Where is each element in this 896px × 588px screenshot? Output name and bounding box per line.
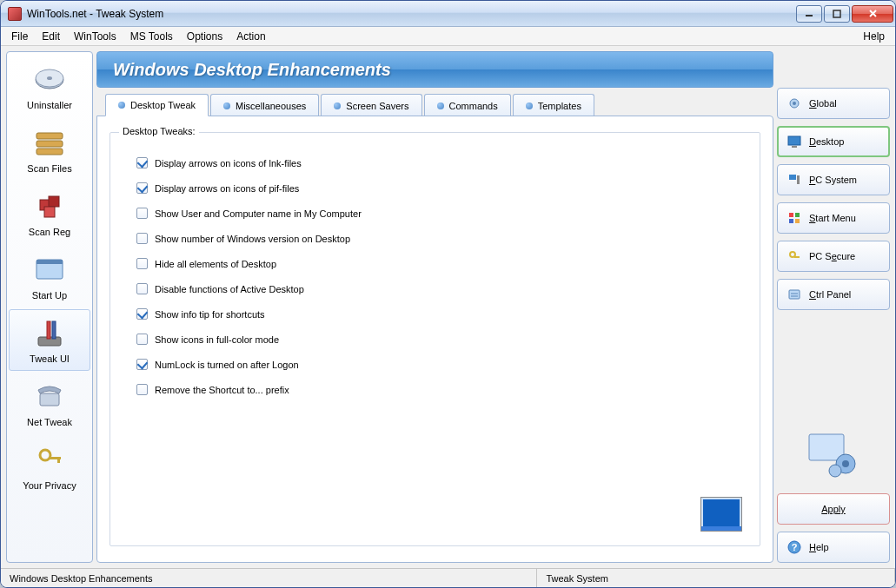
tab-dot-icon (526, 102, 533, 109)
svg-rect-37 (809, 434, 844, 460)
svg-rect-21 (57, 459, 60, 463)
category-button-label: Global (809, 98, 837, 109)
tweak-row: Show number of Windows version on Deskto… (136, 233, 733, 244)
sidebar-item-start-up[interactable]: Start Up (9, 246, 90, 307)
gear-icon (786, 96, 802, 111)
sidebar-item-net-tweak[interactable]: Net Tweak (9, 373, 90, 434)
sidebar-item-tweak-ui[interactable]: Tweak UI (9, 309, 90, 371)
svg-rect-29 (795, 213, 800, 217)
statusbar: Windows Desktop Enhancements Tweak Syste… (1, 568, 895, 587)
page-title: Windows Desktop Enhancements (96, 51, 773, 88)
category-illustration (777, 317, 890, 486)
svg-point-40 (829, 465, 841, 477)
tweak-checkbox[interactable] (136, 283, 148, 294)
tweak-checkbox[interactable] (136, 208, 148, 219)
titlebar[interactable]: WinTools.net - Tweak System (1, 1, 895, 27)
menu-file[interactable]: File (4, 29, 35, 44)
menu-options[interactable]: Options (180, 29, 229, 44)
category-button-label: PC Secure (809, 251, 855, 261)
cubes-icon (31, 188, 68, 224)
menu-wintools[interactable]: WinTools (67, 29, 123, 44)
status-left: Windows Desktop Enhancements (1, 569, 537, 587)
category-button-start-menu[interactable]: Start Menu (777, 202, 890, 234)
svg-rect-16 (47, 321, 50, 339)
svg-rect-1 (833, 10, 840, 17)
secure-icon (786, 248, 802, 264)
tweak-label: NumLock is turned on after Logon (155, 360, 299, 370)
sidebar-item-scan-reg[interactable]: Scan Reg (9, 182, 90, 244)
tweak-checkbox[interactable] (136, 384, 148, 395)
category-button-pc-secure[interactable]: PC Secure (777, 241, 890, 272)
tweak-row: Remove the Shortcut to... prefix (136, 384, 733, 395)
tab-screen-savers[interactable]: Screen Savers (321, 94, 421, 116)
category-button-pc-system[interactable]: PC System (777, 164, 890, 195)
menu-edit[interactable]: Edit (35, 29, 67, 44)
menubar: FileEditWinToolsMS ToolsOptionsAction He… (1, 27, 895, 46)
tab-dot-icon (118, 102, 125, 109)
tab-desktop-tweak[interactable]: Desktop Tweak (105, 94, 209, 116)
menu-help[interactable]: Help (856, 29, 892, 44)
tweak-checkbox[interactable] (136, 359, 148, 370)
maximize-button[interactable] (824, 5, 850, 23)
category-button-desktop[interactable]: Desktop (777, 126, 890, 157)
tweak-label: Display arrows on icons of pif-files (155, 183, 299, 194)
tabs-row: Desktop TweakMiscellaneousesScreen Saver… (96, 93, 773, 116)
help-button-label: Help (809, 542, 829, 552)
app-icon (8, 7, 22, 21)
tab-label: Templates (538, 101, 581, 111)
svg-rect-7 (37, 133, 63, 139)
svg-rect-26 (789, 175, 796, 180)
sidebar-right: GlobalDesktopPC SystemStart MenuPC Secur… (777, 51, 890, 563)
panel-icon (786, 287, 802, 302)
tweak-checkbox[interactable] (136, 308, 148, 320)
tweak-checkbox[interactable] (136, 258, 148, 269)
svg-text:?: ? (792, 542, 798, 552)
apply-button[interactable]: Apply (777, 493, 890, 525)
sidebar-item-your-privacy[interactable]: Your Privacy (9, 436, 90, 498)
sidebar-item-scan-files[interactable]: Scan Files (9, 119, 90, 181)
app-window: WinTools.net - Tweak System FileEditWinT… (0, 0, 896, 588)
tab-commands[interactable]: Commands (424, 94, 511, 116)
svg-rect-11 (49, 196, 59, 207)
tweak-checkbox[interactable] (136, 182, 148, 194)
apply-button-label: Apply (786, 504, 880, 514)
tweak-label: Remove the Shortcut to... prefix (155, 385, 289, 395)
tab-templates[interactable]: Templates (513, 94, 594, 116)
svg-rect-12 (44, 207, 55, 217)
svg-rect-9 (37, 149, 63, 155)
menu-action[interactable]: Action (229, 29, 272, 44)
help-button[interactable]: ? Help (777, 532, 890, 563)
menu-ms-tools[interactable]: MS Tools (123, 29, 180, 44)
svg-point-39 (842, 460, 849, 467)
tweak-checkbox[interactable] (136, 233, 148, 244)
minimize-button[interactable] (796, 5, 822, 23)
svg-rect-14 (37, 260, 63, 264)
category-button-label: Start Menu (809, 213, 856, 223)
tab-label: Miscellaneouses (236, 101, 306, 111)
disc-icon (31, 61, 68, 97)
pc-icon (786, 172, 802, 188)
svg-rect-27 (797, 175, 800, 184)
category-button-global[interactable]: Global (777, 88, 890, 119)
sidebar-item-label: Uninstaller (27, 100, 72, 110)
tweak-checkbox[interactable] (136, 334, 148, 345)
svg-rect-8 (37, 141, 63, 147)
tweak-label: Show User and Computer name in My Comput… (155, 208, 362, 219)
tweak-row: Show User and Computer name in My Comput… (136, 208, 733, 219)
category-button-ctrl-panel[interactable]: Ctrl Panel (777, 279, 890, 310)
svg-rect-31 (795, 219, 800, 223)
tweaks-fieldset: Desktop Tweaks: Display arrows on icons … (110, 132, 760, 546)
tweak-checkbox[interactable] (136, 157, 148, 168)
sidebar-item-label: Tweak UI (30, 353, 70, 364)
close-button[interactable] (852, 5, 893, 23)
tab-panel: Desktop Tweaks: Display arrows on icons … (96, 116, 773, 563)
tweak-row: Display arrows on icons of pif-files (136, 182, 733, 194)
tweak-label: Show number of Windows version on Deskto… (155, 234, 350, 244)
tweak-label: Display arrows on icons of lnk-files (155, 158, 302, 168)
svg-point-6 (47, 76, 52, 80)
tab-miscellaneouses[interactable]: Miscellaneouses (210, 94, 319, 116)
sidebar-item-label: Scan Reg (29, 227, 70, 237)
sidebar-item-label: Start Up (32, 290, 67, 301)
category-button-label: PC System (809, 175, 857, 185)
sidebar-item-uninstaller[interactable]: Uninstaller (9, 56, 90, 117)
